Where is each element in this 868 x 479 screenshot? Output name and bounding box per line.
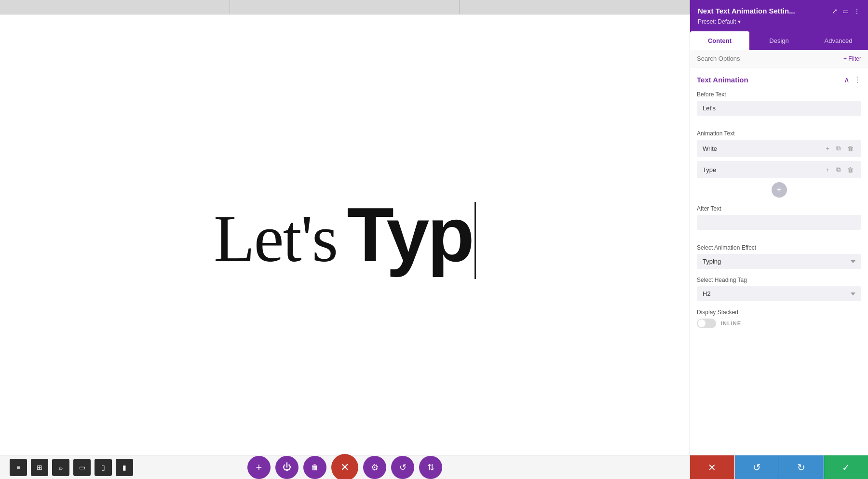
animation-text-label: Animation Text	[697, 130, 861, 137]
tab-advanced[interactable]: Advanced	[809, 31, 868, 50]
panel-expand-icon[interactable]: ⤢	[832, 7, 838, 15]
panel-body: Text Animation ∧ ⋮ Before Text Animation…	[690, 67, 868, 455]
right-panel: Next Text Animation Settin... ⤢ ▭ ⋮ Pres…	[690, 0, 868, 479]
footer-reset-button[interactable]: ↺	[735, 455, 779, 479]
before-text-input[interactable]	[697, 101, 861, 116]
panel-header-top: Next Text Animation Settin... ⤢ ▭ ⋮	[698, 7, 860, 15]
footer-redo-button[interactable]: ↻	[779, 455, 824, 479]
canvas-area: Let's Typ ≡ ⊞ ⌕ ▭ ▯ ▮ + ⏻ 🗑 ✕ ⚙ ↺ ⇅	[0, 0, 690, 479]
animation-text-section: Animation Text Write + ⧉ 🗑 Type + ⧉ 🗑 +	[697, 130, 861, 198]
top-bar-segment-1	[0, 0, 230, 14]
search-button[interactable]: ⌕	[52, 459, 69, 476]
heading-tag-section: Select Heading Tag H1 H2 H3 H4 H5 H6	[697, 277, 861, 301]
display-stacked-toggle-row: INLINE	[697, 319, 861, 328]
footer-cancel-button[interactable]: ✕	[690, 455, 734, 479]
item-1-add-button[interactable]: +	[824, 144, 831, 153]
after-text-section: After Text	[697, 205, 861, 237]
animation-text-value-2: Type	[703, 166, 824, 173]
item-1-copy-button[interactable]: ⧉	[834, 144, 842, 153]
power-button[interactable]: ⏻	[275, 456, 298, 479]
tablet-button[interactable]: ▯	[95, 459, 112, 476]
reorder-button[interactable]: ⇅	[419, 456, 442, 479]
close-button[interactable]: ✕	[331, 454, 358, 479]
bottom-center-tools: + ⏻ 🗑 ✕ ⚙ ↺ ⇅	[247, 454, 442, 479]
canvas-top-bar	[0, 0, 690, 14]
heading-tag-select[interactable]: H1 H2 H3 H4 H5 H6	[697, 286, 861, 301]
history-button[interactable]: ↺	[391, 456, 414, 479]
add-animation-item-button[interactable]: +	[772, 182, 787, 198]
panel-header-icons: ⤢ ▭ ⋮	[832, 7, 860, 15]
item-2-add-button[interactable]: +	[824, 165, 831, 174]
animation-effect-label: Select Animation Effect	[697, 244, 861, 251]
display-stacked-toggle[interactable]	[697, 319, 716, 328]
grid-button[interactable]: ⊞	[31, 459, 48, 476]
animation-effect-select[interactable]: Typing Fade Bounce Slide	[697, 254, 861, 269]
panel-preset[interactable]: Preset: Default ▾	[698, 18, 741, 25]
heading-tag-label: Select Heading Tag	[697, 277, 861, 283]
bottom-left-tools: ≡ ⊞ ⌕ ▭ ▯ ▮	[10, 459, 133, 476]
canvas-text-lets: Let's	[214, 200, 337, 277]
item-1-actions: + ⧉ 🗑	[824, 144, 855, 153]
section-collapse-button[interactable]: ∧	[844, 75, 850, 84]
animation-effect-section: Select Animation Effect Typing Fade Boun…	[697, 244, 861, 269]
mobile-button[interactable]: ▮	[116, 459, 133, 476]
canvas-text-display: Let's Typ	[214, 190, 476, 279]
display-stacked-label: Display Stacked	[697, 309, 861, 316]
panel-title: Next Text Animation Settin...	[698, 7, 832, 15]
section-header: Text Animation ∧ ⋮	[697, 75, 861, 84]
top-bar-segment-2	[230, 0, 460, 14]
filter-button[interactable]: + Filter	[843, 55, 861, 62]
tab-content[interactable]: Content	[690, 31, 749, 50]
item-2-actions: + ⧉ 🗑	[824, 165, 855, 174]
cursor-bar	[475, 202, 476, 279]
panel-header: Next Text Animation Settin... ⤢ ▭ ⋮ Pres…	[690, 0, 868, 31]
delete-button[interactable]: 🗑	[303, 456, 326, 479]
search-input[interactable]	[697, 55, 840, 62]
tab-bar: Content Design Advanced	[690, 31, 868, 50]
canvas-text-typ: Typ	[347, 190, 476, 279]
panel-footer: ✕ ↺ ↻ ✓	[690, 455, 868, 479]
canvas-bottom-toolbar: ≡ ⊞ ⌕ ▭ ▯ ▮ + ⏻ 🗑 ✕ ⚙ ↺ ⇅	[0, 455, 690, 479]
canvas-content: Let's Typ	[0, 14, 690, 455]
after-text-label: After Text	[697, 205, 861, 212]
panel-collapse-icon[interactable]: ▭	[842, 7, 849, 15]
display-stacked-section: Display Stacked INLINE	[697, 309, 861, 328]
before-text-section: Before Text	[697, 91, 861, 122]
display-stacked-toggle-label: INLINE	[721, 320, 741, 326]
top-bar-segment-3	[460, 0, 690, 14]
section-more-button[interactable]: ⋮	[854, 75, 861, 84]
add-module-button[interactable]: +	[247, 456, 271, 479]
footer-save-button[interactable]: ✓	[824, 455, 868, 479]
desktop-button[interactable]: ▭	[73, 459, 91, 476]
animation-text-item-1: Write + ⧉ 🗑	[697, 140, 861, 157]
item-2-delete-button[interactable]: 🗑	[845, 165, 855, 174]
menu-button[interactable]: ≡	[10, 459, 27, 476]
item-1-delete-button[interactable]: 🗑	[845, 144, 855, 153]
animation-text-item-2: Type + ⧉ 🗑	[697, 161, 861, 178]
settings-button[interactable]: ⚙	[363, 456, 386, 479]
section-controls: ∧ ⋮	[844, 75, 861, 84]
search-bar: + Filter	[690, 50, 868, 67]
item-2-copy-button[interactable]: ⧉	[834, 165, 842, 174]
animation-text-value-1: Write	[703, 145, 824, 152]
tab-design[interactable]: Design	[749, 31, 809, 50]
after-text-input[interactable]	[697, 215, 861, 230]
section-title: Text Animation	[697, 76, 748, 84]
panel-more-icon[interactable]: ⋮	[854, 7, 860, 15]
before-text-label: Before Text	[697, 91, 861, 98]
